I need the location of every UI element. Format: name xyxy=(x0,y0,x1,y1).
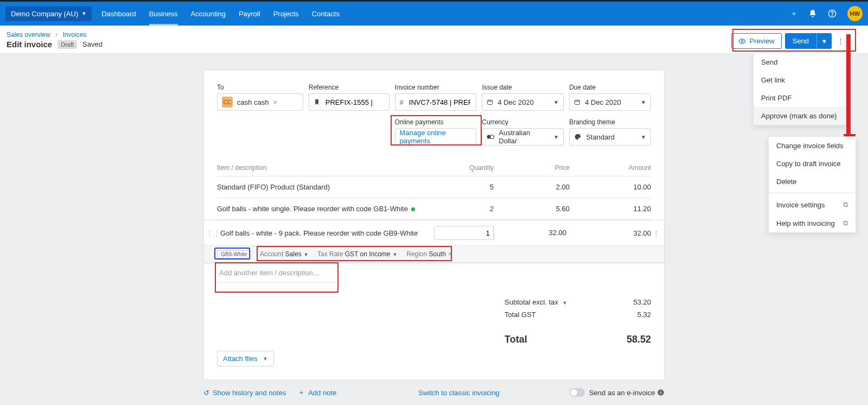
chevron-down-icon: ▼ xyxy=(553,99,559,105)
reference-label: Reference xyxy=(309,84,390,91)
currency-value: Australian Dollar xyxy=(499,129,549,145)
nav-dashboard[interactable]: Dashboard xyxy=(101,2,136,26)
issue-date-label: Issue date xyxy=(482,84,564,91)
row-more-button[interactable]: ⋮ xyxy=(653,229,660,237)
crumb-sales[interactable]: Sales overview xyxy=(7,31,50,39)
issue-date-value: 4 Dec 2020 xyxy=(497,98,534,106)
einvoice-toggle[interactable] xyxy=(570,388,585,397)
branding-select[interactable]: Standard ▼ xyxy=(569,128,651,145)
footer-row: ↺ Show history and notes ＋ Add note Swit… xyxy=(203,388,665,397)
header-actions: Preview Send ▼ ⋮ xyxy=(731,33,846,49)
more-button[interactable]: ⋮ xyxy=(835,34,846,48)
svg-rect-3 xyxy=(488,100,493,105)
menu-approve[interactable]: Approve (mark as done) xyxy=(754,107,846,125)
issue-date-input[interactable]: 4 Dec 2020 ▼ xyxy=(482,93,564,111)
avatar[interactable]: HW xyxy=(847,6,863,21)
col-qty: Quantity xyxy=(434,164,494,172)
send-button[interactable]: Send xyxy=(785,33,816,49)
chevron-down-icon: ▼ xyxy=(641,134,646,140)
qty-input[interactable] xyxy=(434,226,494,240)
clear-icon[interactable]: × xyxy=(273,98,278,106)
contact-chip: CC xyxy=(222,97,233,107)
line-row-editing[interactable]: ⋮⋮ Golf balls - white - 9 pack. Please r… xyxy=(217,220,651,245)
currency-icon xyxy=(487,134,494,140)
drag-handle-icon[interactable]: ⋮⋮ xyxy=(206,229,220,237)
menu-change-fields[interactable]: Change invoice fields xyxy=(769,137,856,155)
menu-help-invoicing[interactable]: Help with invoicing⧉ xyxy=(769,214,856,232)
menu-print-pdf[interactable]: Print PDF xyxy=(754,89,846,107)
menu-get-link[interactable]: Get link xyxy=(754,71,846,89)
line-row[interactable]: Standard (FIFO) Product (Standard) 5 2.0… xyxy=(217,176,651,198)
svg-point-2 xyxy=(742,40,744,42)
account-select[interactable]: Sales▼ xyxy=(285,250,309,258)
online-payments-label: Online payments xyxy=(395,118,477,126)
item-code-chip[interactable]: GB9-White xyxy=(217,250,251,258)
info-icon[interactable] xyxy=(657,389,665,396)
external-link-icon: ⧉ xyxy=(843,200,848,209)
org-name: Demo Company (AU) xyxy=(11,10,78,18)
invoice-number-input[interactable]: # xyxy=(395,93,477,111)
menu-send[interactable]: Send xyxy=(754,53,846,71)
line-meta-bar: GB9-White Account Sales▼ Tax Rate GST on… xyxy=(204,245,664,263)
add-note-link[interactable]: ＋ Add note xyxy=(298,388,336,397)
nav-business[interactable]: Business xyxy=(149,2,178,26)
invoice-card: To CC cash cash × Reference Invoice numb… xyxy=(203,70,665,380)
nav-links: Dashboard Business Accounting Payroll Pr… xyxy=(101,2,340,26)
add-line-input[interactable]: Add another item / description... xyxy=(217,263,651,282)
due-date-input[interactable]: 4 Dec 2020 ▼ xyxy=(569,93,651,111)
to-label: To xyxy=(217,84,303,91)
preview-label: Preview xyxy=(749,37,774,45)
region-select[interactable]: South× xyxy=(429,250,452,258)
einvoice-label: Send as an e-invoice xyxy=(589,389,655,397)
switch-classic-link[interactable]: Switch to classic invoicing xyxy=(418,389,500,397)
crumb-invoices[interactable]: Invoices xyxy=(62,31,86,39)
menu-delete[interactable]: Delete xyxy=(769,173,856,191)
plus-icon[interactable]: ＋ xyxy=(790,9,797,18)
chevron-down-icon: ▼ xyxy=(263,356,268,362)
to-input[interactable]: CC cash cash × xyxy=(217,93,303,111)
nav-accounting[interactable]: Accounting xyxy=(191,2,226,26)
send-menu: Send Get link Print PDF Approve (mark as… xyxy=(753,53,846,125)
help-icon[interactable] xyxy=(828,9,837,18)
eye-icon xyxy=(738,37,746,45)
to-value: cash cash xyxy=(237,98,269,106)
branding-label: Branding theme xyxy=(569,118,651,126)
nav-payroll[interactable]: Payroll xyxy=(239,2,260,26)
currency-label: Currency xyxy=(482,118,564,126)
saved-label: Saved xyxy=(82,40,103,48)
history-icon: ↺ xyxy=(203,389,209,397)
menu-invoice-settings[interactable]: Invoice settings⧉ xyxy=(769,195,856,214)
svg-rect-8 xyxy=(660,392,661,394)
tax-rate-select[interactable]: GST on Income▼ xyxy=(345,250,398,258)
svg-point-1 xyxy=(832,16,833,16)
send-dropdown-button[interactable]: ▼ xyxy=(816,33,832,49)
plus-icon: ＋ xyxy=(298,388,305,397)
status-dot-icon xyxy=(411,207,415,211)
line-row[interactable]: Golf balls - white single. Please reorde… xyxy=(217,198,651,220)
nav-contacts[interactable]: Contacts xyxy=(312,2,340,26)
attach-files-button[interactable]: Attach files ▼ xyxy=(217,351,274,366)
preview-button[interactable]: Preview xyxy=(731,33,781,49)
col-price: Price xyxy=(494,164,570,172)
branding-value: Standard xyxy=(586,133,615,141)
bell-icon[interactable] xyxy=(808,9,817,18)
reference-value[interactable] xyxy=(324,98,385,107)
menu-copy-draft[interactable]: Copy to draft invoice xyxy=(769,155,856,173)
show-history-link[interactable]: ↺ Show history and notes xyxy=(203,389,286,397)
svg-rect-9 xyxy=(660,391,661,391)
online-payments-link[interactable]: Manage online payments xyxy=(395,128,477,145)
clear-icon[interactable]: × xyxy=(448,250,452,258)
external-link-icon: ⧉ xyxy=(843,219,848,227)
chevron-down-icon[interactable]: ▼ xyxy=(563,300,567,306)
chevron-down-icon: ▼ xyxy=(641,99,646,105)
top-nav: Demo Company (AU) ▼ Dashboard Business A… xyxy=(0,2,868,26)
status-badge: Draft xyxy=(58,40,77,49)
reference-input[interactable] xyxy=(309,93,390,111)
invoice-number-label: Invoice number xyxy=(395,84,477,91)
line-table-header: Item / description Quantity Price Amount xyxy=(217,160,651,176)
due-date-value: 4 Dec 2020 xyxy=(585,98,621,106)
org-selector[interactable]: Demo Company (AU) ▼ xyxy=(5,7,92,21)
invoice-number-value[interactable] xyxy=(408,98,472,107)
nav-projects[interactable]: Projects xyxy=(273,2,299,26)
currency-select[interactable]: Australian Dollar ▼ xyxy=(482,128,564,145)
